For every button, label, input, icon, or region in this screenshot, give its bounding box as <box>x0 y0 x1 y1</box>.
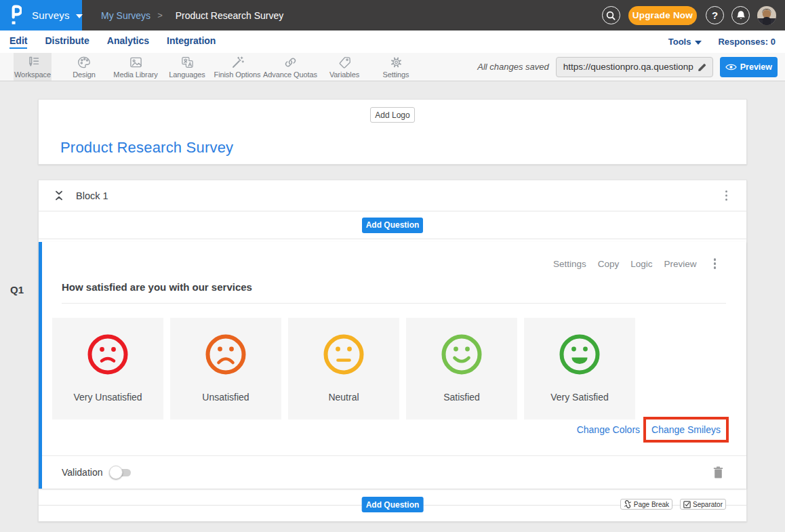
help-button[interactable]: ? <box>706 6 724 24</box>
very-satisfied-smiley-icon <box>559 334 600 375</box>
breadcrumb-current-survey: Product Research Survey <box>176 10 284 21</box>
page-break-icon <box>624 500 632 508</box>
change-colors-link[interactable]: Change Colors <box>577 424 640 435</box>
breadcrumb: My Surveys > Product Research Survey <box>101 0 283 30</box>
option-satisfied[interactable]: Satisfied <box>406 318 517 420</box>
toolbar-item-design[interactable]: Design <box>58 53 110 81</box>
toolbar-item-label: Design <box>73 70 96 79</box>
option-very-satisfied[interactable]: Very Satisfied <box>524 318 635 420</box>
tab-integration[interactable]: Integration <box>167 35 216 49</box>
toolbar-item-settings[interactable]: Settings <box>370 53 422 81</box>
tab-edit[interactable]: Edit <box>9 35 27 49</box>
smiley-links-row: Change Colors Change Smileys <box>62 424 726 435</box>
question-code: Q1 <box>10 284 24 295</box>
breadcrumb-separator: > <box>157 10 163 20</box>
survey-url-input[interactable] <box>563 62 693 72</box>
survey-header-card: Add Logo Product Research Survey <box>38 99 747 165</box>
survey-editor-canvas: Add Logo Product Research Survey Block 1… <box>0 81 785 522</box>
question-preview-link[interactable]: Preview <box>664 259 696 269</box>
separator-button[interactable]: Separator <box>680 499 726 510</box>
settings-icon <box>389 56 403 69</box>
add-logo-row: Add Logo <box>39 107 746 123</box>
toolbar-item-media-library[interactable]: Media Library <box>110 53 161 81</box>
neutral-smiley-icon <box>323 334 364 375</box>
delete-question-icon[interactable] <box>713 466 723 478</box>
add-question-strip-top: Add Question <box>39 211 746 239</box>
workspace-icon <box>26 56 40 69</box>
question-logic-link[interactable]: Logic <box>630 259 652 269</box>
page-break-label: Page Break <box>634 501 669 508</box>
toolbar-item-variables[interactable]: Variables <box>319 53 370 81</box>
add-question-button-top[interactable]: Add Question <box>362 218 424 233</box>
edit-url-icon[interactable] <box>698 62 707 72</box>
search-icon <box>606 11 616 20</box>
question-toolbar: Settings Copy Logic Preview <box>542 256 719 271</box>
tools-menu[interactable]: Tools <box>668 37 702 47</box>
preview-button[interactable]: Preview <box>720 57 778 77</box>
variables-icon <box>338 56 352 69</box>
question-divider <box>62 303 726 304</box>
preview-label: Preview <box>740 62 772 72</box>
validation-toggle[interactable] <box>109 468 131 477</box>
validation-row: Validation <box>42 455 746 489</box>
product-switcher[interactable]: Surveys <box>0 0 82 30</box>
eye-icon <box>725 63 737 71</box>
option-label: Satisfied <box>443 392 480 403</box>
change-smileys-link[interactable]: Change Smileys <box>651 424 721 435</box>
toolbar-item-advance-quotas[interactable]: Advance Quotas <box>262 53 319 81</box>
upgrade-now-button[interactable]: Upgrade Now <box>628 6 697 25</box>
unsatisfied-smiley-icon <box>205 334 246 375</box>
advance-quotas-icon <box>283 56 298 69</box>
block-footer: Add Question Page Break Separator <box>39 489 746 521</box>
design-icon <box>77 56 92 69</box>
option-very-unsatisfied[interactable]: Very Unsatisfied <box>52 318 163 420</box>
responses-count[interactable]: Responses: 0 <box>718 37 776 47</box>
block-menu-kebab-icon[interactable] <box>723 188 731 203</box>
toolbar-item-workspace[interactable]: Workspace <box>14 53 52 81</box>
very-unsatisfied-smiley-icon <box>87 334 128 375</box>
toolbar-item-languages[interactable]: Languages <box>161 53 213 81</box>
block-name[interactable]: Block 1 <box>76 190 108 201</box>
collapse-block-icon[interactable] <box>54 190 64 201</box>
option-label: Neutral <box>328 392 359 403</box>
avatar[interactable] <box>757 6 776 25</box>
toolbar-item-label: Languages <box>169 70 205 79</box>
question-menu-kebab-icon[interactable] <box>711 256 719 271</box>
option-label: Very Satisfied <box>550 392 609 403</box>
help-icon: ? <box>712 9 718 21</box>
survey-title[interactable]: Product Research Survey <box>60 139 746 157</box>
toolbar-item-label: Settings <box>383 70 409 79</box>
block-header: Block 1 <box>39 180 746 211</box>
tab-distribute[interactable]: Distribute <box>45 35 89 49</box>
chevron-down-icon <box>695 41 702 45</box>
toolbar-right: All changes saved Preview <box>477 53 785 81</box>
page-break-button[interactable]: Page Break <box>620 499 672 510</box>
topbar-actions: Upgrade Now ? <box>602 0 785 30</box>
toolbar-item-label: Media Library <box>113 70 157 79</box>
breadcrumb-my-surveys[interactable]: My Surveys <box>101 10 150 21</box>
top-bar: Surveys My Surveys > Product Research Su… <box>0 0 785 30</box>
search-button[interactable] <box>602 6 620 24</box>
media-library-icon <box>129 56 143 69</box>
question-copy-link[interactable]: Copy <box>598 259 620 269</box>
option-unsatisfied[interactable]: Unsatisfied <box>170 318 281 420</box>
editor-toolbar: Workspace Design Media Library Languages <box>0 53 785 81</box>
tab-analytics[interactable]: Analytics <box>107 35 149 49</box>
product-menu-label: Surveys <box>32 9 70 21</box>
option-neutral[interactable]: Neutral <box>288 318 399 420</box>
option-label: Very Unsatisfied <box>73 392 142 403</box>
toolbar-item-label: Advance Quotas <box>263 70 317 79</box>
toggle-knob <box>109 466 123 479</box>
notifications-button[interactable] <box>731 6 750 24</box>
separator-label: Separator <box>693 501 723 508</box>
toolbar-item-finish-options[interactable]: Finish Options <box>213 53 262 81</box>
languages-icon <box>180 56 195 69</box>
question-settings-link[interactable]: Settings <box>553 259 586 269</box>
separator-checkbox-icon <box>683 501 691 508</box>
add-logo-button[interactable]: Add Logo <box>370 107 414 123</box>
smiley-options-row: Very Unsatisfied Unsatisfied <box>52 318 726 420</box>
option-label: Unsatisfied <box>202 392 249 403</box>
survey-nav-tabs: Edit Distribute Analytics Integration To… <box>0 30 785 53</box>
toolbar-item-label: Finish Options <box>214 70 261 79</box>
add-question-button-bottom[interactable]: Add Question <box>362 497 424 512</box>
